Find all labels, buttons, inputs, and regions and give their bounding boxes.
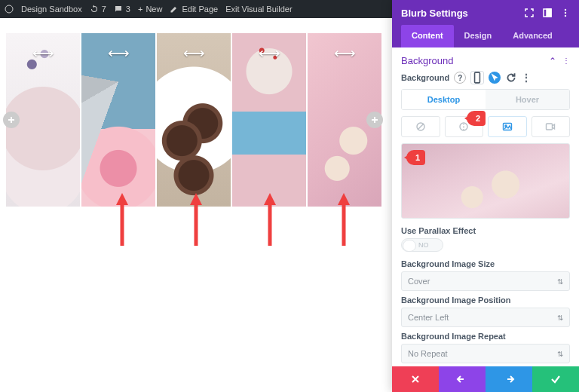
snap-icon[interactable]	[543, 8, 552, 17]
cancel-button[interactable]	[392, 366, 439, 392]
bg-repeat-select[interactable]: No Repeat⇅	[401, 344, 570, 363]
chevron-up-icon[interactable]: ⌃	[549, 56, 556, 66]
subtab-desktop[interactable]: Desktop	[402, 90, 486, 109]
background-image-preview[interactable]: 1	[401, 143, 570, 219]
device-phone-icon[interactable]	[470, 71, 484, 84]
svg-point-3	[565, 9, 566, 11]
bg-repeat-label: Background Image Repeat	[401, 332, 570, 341]
more-dots-icon[interactable]: ⋮	[562, 57, 570, 65]
background-type-row: 2	[401, 116, 570, 137]
exit-label: Exit Visual Builder	[225, 5, 292, 14]
bg-type-color[interactable]	[401, 116, 440, 137]
bg-type-gradient[interactable]: 2	[445, 116, 484, 137]
panel-title: Blurb Settings	[401, 8, 468, 19]
tab-advanced[interactable]: Advanced	[502, 25, 563, 47]
svg-point-4	[565, 12, 566, 14]
section-background-title[interactable]: Background	[401, 55, 453, 66]
help-icon[interactable]: ?	[454, 72, 466, 84]
svg-rect-11	[547, 124, 553, 130]
updates-count: 7	[102, 5, 106, 14]
settings-panel: Blurb Settings Content Design Advanced B…	[392, 0, 579, 392]
svg-point-5	[565, 15, 566, 17]
annotation-arrow	[263, 193, 277, 249]
parallax-label: Use Parallax Effect	[401, 226, 570, 235]
bg-size-label: Background Image Size	[401, 259, 570, 268]
row-add-right[interactable]	[366, 112, 383, 128]
bg-type-image[interactable]	[488, 116, 527, 137]
svg-rect-2	[547, 9, 551, 17]
subtab-hover[interactable]: Hover	[486, 90, 569, 109]
blurb-col-2[interactable]: ⟷	[80, 33, 155, 207]
comment-icon	[114, 5, 123, 14]
annotation-arrow	[189, 193, 203, 249]
builder-canvas: ⟷ ⟷ ⟷ ⟷ ⟷	[0, 18, 392, 392]
bg-position-select[interactable]: Center Left⇅	[401, 308, 570, 327]
annotation-callout-2: 2	[467, 111, 486, 126]
plus-icon: +	[138, 5, 142, 14]
select-chevrons-icon: ⇅	[557, 277, 563, 286]
resize-handle-icon[interactable]: ⟷	[108, 44, 130, 62]
panel-body[interactable]: Background ⌃⋮ Background ? ⋮ Desktop Hov…	[392, 47, 579, 366]
hover-state-icon[interactable]	[489, 72, 501, 84]
resize-handle-icon[interactable]: ⟷	[32, 44, 54, 62]
site-name[interactable]: Design Sandbox	[21, 5, 82, 14]
svg-rect-6	[475, 72, 480, 83]
responsive-subtabs: Desktop Hover	[401, 89, 570, 110]
updates-item[interactable]: 7	[90, 5, 106, 14]
resize-handle-icon[interactable]: ⟷	[259, 44, 280, 62]
exit-vb[interactable]: Exit Visual Builder	[225, 5, 292, 14]
bg-position-label: Background Image Position	[401, 296, 570, 305]
blurb-col-3[interactable]: ⟷	[155, 33, 231, 207]
tab-content[interactable]: Content	[401, 25, 454, 47]
comments-item[interactable]: 3	[114, 5, 130, 14]
parallax-toggle[interactable]: NO	[401, 238, 443, 252]
refresh-icon	[90, 5, 99, 14]
site-name-label: Design Sandbox	[21, 5, 82, 14]
annotation-arrow	[115, 193, 129, 249]
save-button[interactable]	[532, 366, 579, 392]
reset-icon[interactable]	[505, 72, 517, 84]
select-chevrons-icon: ⇅	[557, 350, 563, 358]
edit-label: Edit Page	[182, 5, 218, 14]
svg-point-0	[5, 5, 13, 13]
tab-design[interactable]: Design	[454, 25, 503, 47]
annotation-callout-1: 1	[406, 150, 425, 165]
bg-size-select[interactable]: Cover⇅	[401, 271, 570, 291]
panel-tabs: Content Design Advanced	[401, 25, 570, 47]
blurb-row: ⟷ ⟷ ⟷ ⟷ ⟷	[5, 33, 381, 207]
bg-type-video[interactable]	[532, 116, 571, 137]
redo-button[interactable]	[486, 366, 532, 392]
edit-page[interactable]: Edit Page	[170, 5, 218, 14]
select-chevrons-icon: ⇅	[557, 314, 563, 322]
pencil-icon	[170, 5, 179, 14]
background-label: Background	[401, 73, 449, 82]
menu-dots-icon[interactable]	[561, 8, 570, 17]
undo-button[interactable]	[439, 366, 486, 392]
wp-logo[interactable]	[5, 5, 14, 14]
panel-footer	[392, 366, 579, 392]
row-add-left[interactable]	[3, 112, 20, 128]
annotation-arrow	[337, 193, 351, 249]
field-menu-icon[interactable]: ⋮	[522, 72, 531, 83]
background-field-header: Background ? ⋮	[401, 71, 570, 84]
new-label: New	[146, 5, 162, 14]
resize-handle-icon[interactable]: ⟷	[334, 44, 356, 62]
expand-icon[interactable]	[525, 8, 534, 17]
resize-handle-icon[interactable]: ⟷	[183, 44, 205, 62]
panel-header: Blurb Settings Content Design Advanced	[392, 0, 579, 47]
new-item[interactable]: +New	[138, 5, 162, 14]
blurb-col-4[interactable]: ⟷	[231, 33, 306, 207]
comments-count: 3	[126, 5, 130, 14]
